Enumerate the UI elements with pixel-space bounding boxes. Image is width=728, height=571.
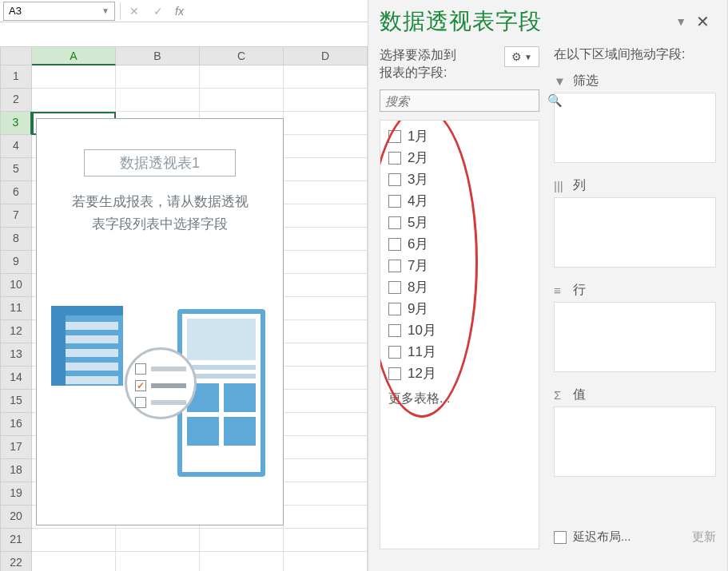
defer-layout-checkbox[interactable] <box>554 531 567 544</box>
field-item[interactable]: 11月 <box>384 341 535 363</box>
field-item[interactable]: 7月 <box>384 255 535 276</box>
cell[interactable] <box>200 89 284 112</box>
select-all-corner[interactable] <box>0 46 32 65</box>
search-icon[interactable]: 🔍 <box>543 93 567 108</box>
cell[interactable] <box>200 529 284 552</box>
row-header[interactable]: 18 <box>0 459 32 482</box>
row-header[interactable]: 2 <box>0 89 32 112</box>
field-item[interactable]: 9月 <box>384 298 535 319</box>
cell[interactable] <box>116 552 200 571</box>
cell[interactable] <box>284 112 368 135</box>
cell[interactable] <box>32 65 116 89</box>
cell[interactable] <box>116 89 200 112</box>
row-header[interactable]: 3 <box>0 112 32 135</box>
field-checkbox[interactable] <box>388 346 401 359</box>
column-header[interactable]: A <box>32 46 116 65</box>
field-item[interactable]: 5月 <box>384 212 535 233</box>
row-header[interactable]: 10 <box>0 274 32 297</box>
field-checkbox[interactable] <box>388 238 401 251</box>
cell[interactable] <box>284 320 368 343</box>
row-header[interactable]: 21 <box>0 529 32 552</box>
row-header[interactable]: 22 <box>0 552 32 571</box>
row-header[interactable]: 5 <box>0 158 32 181</box>
row-header[interactable]: 8 <box>0 228 32 251</box>
field-checkbox[interactable] <box>388 260 401 272</box>
field-checkbox[interactable] <box>388 367 401 380</box>
fx-icon[interactable]: fx <box>170 5 189 18</box>
field-checkbox[interactable] <box>388 195 401 208</box>
row-header[interactable]: 11 <box>0 297 32 320</box>
cell[interactable] <box>284 274 368 297</box>
search-input[interactable] <box>380 94 543 108</box>
filter-drop-zone[interactable] <box>554 93 716 163</box>
field-item[interactable]: 8月 <box>384 276 535 298</box>
name-box-dropdown-icon[interactable]: ▼ <box>101 6 109 15</box>
cell[interactable] <box>200 552 284 571</box>
cell[interactable] <box>284 459 368 482</box>
field-item[interactable]: 2月 <box>384 147 535 169</box>
cell[interactable] <box>32 89 116 112</box>
cell[interactable] <box>284 367 368 390</box>
cell[interactable] <box>284 158 368 181</box>
row-header[interactable]: 19 <box>0 482 32 506</box>
cell[interactable] <box>284 204 368 228</box>
row-header[interactable]: 1 <box>0 65 32 89</box>
row-header[interactable]: 14 <box>0 367 32 390</box>
cell[interactable] <box>284 297 368 320</box>
field-item[interactable]: 12月 <box>384 363 535 384</box>
cell[interactable] <box>284 181 368 204</box>
row-header[interactable]: 12 <box>0 320 32 343</box>
cell[interactable] <box>284 529 368 552</box>
field-checkbox[interactable] <box>388 303 401 315</box>
cell[interactable] <box>284 135 368 158</box>
cell[interactable] <box>284 413 368 436</box>
field-checkbox[interactable] <box>388 281 401 294</box>
field-checkbox[interactable] <box>388 216 401 229</box>
values-drop-zone[interactable] <box>554 406 716 477</box>
field-checkbox[interactable] <box>388 173 401 186</box>
cell[interactable] <box>284 482 368 506</box>
cell[interactable] <box>284 343 368 367</box>
cell[interactable] <box>284 89 368 112</box>
close-icon[interactable]: ✕ <box>690 9 716 34</box>
cell[interactable] <box>284 65 368 89</box>
cell[interactable] <box>284 436 368 459</box>
field-item[interactable]: 6月 <box>384 233 535 255</box>
cell[interactable] <box>284 251 368 274</box>
field-item[interactable]: 3月 <box>384 169 535 190</box>
column-header[interactable]: C <box>200 46 284 65</box>
cell[interactable] <box>200 65 284 89</box>
row-header[interactable]: 13 <box>0 343 32 367</box>
field-search[interactable]: 🔍 <box>380 89 539 112</box>
row-header[interactable]: 9 <box>0 251 32 274</box>
cell[interactable] <box>284 228 368 251</box>
row-header[interactable]: 6 <box>0 181 32 204</box>
cell[interactable] <box>32 552 116 571</box>
columns-drop-zone[interactable] <box>554 197 716 268</box>
row-header[interactable]: 16 <box>0 413 32 436</box>
field-list[interactable]: 1月2月3月4月5月6月7月8月9月10月11月12月更多表格... <box>380 120 539 549</box>
rows-drop-zone[interactable] <box>554 302 716 372</box>
field-checkbox[interactable] <box>388 324 401 337</box>
cell[interactable] <box>116 529 200 552</box>
pane-options-dropdown-icon[interactable]: ▼ <box>672 12 690 31</box>
row-header[interactable]: 15 <box>0 390 32 413</box>
tools-button[interactable]: ⚙ ▼ <box>504 46 539 67</box>
field-item[interactable]: 10月 <box>384 319 535 341</box>
cell[interactable] <box>116 65 200 89</box>
field-item[interactable]: 1月 <box>384 125 535 147</box>
column-header[interactable]: D <box>284 46 368 65</box>
cell[interactable] <box>284 506 368 529</box>
more-tables-link[interactable]: 更多表格... <box>384 384 535 414</box>
cell[interactable] <box>284 552 368 571</box>
row-header[interactable]: 17 <box>0 436 32 459</box>
cell[interactable] <box>32 529 116 552</box>
column-header[interactable]: B <box>116 46 200 65</box>
field-item[interactable]: 4月 <box>384 190 535 212</box>
row-header[interactable]: 4 <box>0 135 32 158</box>
row-header[interactable]: 20 <box>0 506 32 529</box>
name-box[interactable]: A3 ▼ <box>3 2 115 21</box>
row-header[interactable]: 7 <box>0 204 32 228</box>
field-checkbox[interactable] <box>388 152 401 165</box>
cell[interactable] <box>284 390 368 413</box>
